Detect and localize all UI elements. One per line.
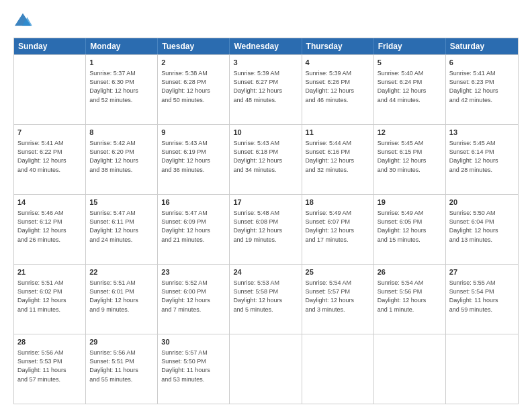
cell-info: Sunrise: 5:47 AM Sunset: 6:09 PM Dayligh… <box>161 209 226 244</box>
header-day-wednesday: Wednesday <box>230 38 302 54</box>
calendar-cell <box>374 334 446 404</box>
calendar-cell: 3Sunrise: 5:39 AM Sunset: 6:27 PM Daylig… <box>230 55 302 124</box>
calendar-row-1: 7Sunrise: 5:41 AM Sunset: 6:22 PM Daylig… <box>14 124 518 194</box>
calendar-cell: 14Sunrise: 5:46 AM Sunset: 6:12 PM Dayli… <box>14 195 86 264</box>
day-number: 28 <box>17 337 82 347</box>
cell-info: Sunrise: 5:41 AM Sunset: 6:23 PM Dayligh… <box>449 69 515 104</box>
calendar-cell: 8Sunrise: 5:42 AM Sunset: 6:20 PM Daylig… <box>86 125 158 194</box>
header-day-saturday: Saturday <box>446 38 518 54</box>
cell-info: Sunrise: 5:48 AM Sunset: 6:08 PM Dayligh… <box>233 209 298 244</box>
cell-info: Sunrise: 5:38 AM Sunset: 6:28 PM Dayligh… <box>161 69 226 104</box>
calendar-cell <box>230 334 302 404</box>
cell-info: Sunrise: 5:49 AM Sunset: 6:07 PM Dayligh… <box>306 209 370 244</box>
calendar-cell: 25Sunrise: 5:54 AM Sunset: 5:57 PM Dayli… <box>302 265 374 334</box>
cell-info: Sunrise: 5:53 AM Sunset: 5:58 PM Dayligh… <box>233 279 298 314</box>
calendar-cell: 28Sunrise: 5:56 AM Sunset: 5:53 PM Dayli… <box>14 334 86 404</box>
day-number: 10 <box>233 128 298 138</box>
day-number: 22 <box>89 267 154 277</box>
day-number: 1 <box>89 58 154 68</box>
day-number: 6 <box>449 58 515 68</box>
calendar-cell: 11Sunrise: 5:44 AM Sunset: 6:16 PM Dayli… <box>302 125 374 194</box>
logo-icon <box>13 12 32 31</box>
cell-info: Sunrise: 5:41 AM Sunset: 6:22 PM Dayligh… <box>17 139 82 174</box>
cell-info: Sunrise: 5:54 AM Sunset: 5:56 PM Dayligh… <box>378 279 442 314</box>
day-number: 23 <box>161 267 226 277</box>
page: SundayMondayTuesdayWednesdayThursdayFrid… <box>0 0 532 411</box>
calendar-cell: 4Sunrise: 5:39 AM Sunset: 6:26 PM Daylig… <box>302 55 374 124</box>
calendar-cell: 13Sunrise: 5:45 AM Sunset: 6:14 PM Dayli… <box>446 125 518 194</box>
day-number: 29 <box>89 337 154 347</box>
cell-info: Sunrise: 5:54 AM Sunset: 5:57 PM Dayligh… <box>306 279 370 314</box>
cell-info: Sunrise: 5:45 AM Sunset: 6:14 PM Dayligh… <box>449 139 515 174</box>
cell-info: Sunrise: 5:43 AM Sunset: 6:18 PM Dayligh… <box>233 139 298 174</box>
cell-info: Sunrise: 5:39 AM Sunset: 6:27 PM Dayligh… <box>233 69 298 104</box>
cell-info: Sunrise: 5:46 AM Sunset: 6:12 PM Dayligh… <box>17 209 82 244</box>
calendar-cell: 5Sunrise: 5:40 AM Sunset: 6:24 PM Daylig… <box>374 55 446 124</box>
calendar-cell: 12Sunrise: 5:45 AM Sunset: 6:15 PM Dayli… <box>374 125 446 194</box>
calendar-cell: 1Sunrise: 5:37 AM Sunset: 6:30 PM Daylig… <box>86 55 158 124</box>
logo <box>13 12 35 31</box>
cell-info: Sunrise: 5:56 AM Sunset: 5:53 PM Dayligh… <box>17 349 82 383</box>
calendar-cell <box>446 334 518 404</box>
cell-info: Sunrise: 5:40 AM Sunset: 6:24 PM Dayligh… <box>378 69 442 104</box>
calendar: SundayMondayTuesdayWednesdayThursdayFrid… <box>13 38 519 404</box>
calendar-cell: 17Sunrise: 5:48 AM Sunset: 6:08 PM Dayli… <box>230 195 302 264</box>
calendar-cell: 22Sunrise: 5:51 AM Sunset: 6:01 PM Dayli… <box>86 265 158 334</box>
cell-info: Sunrise: 5:50 AM Sunset: 6:04 PM Dayligh… <box>449 209 515 244</box>
cell-info: Sunrise: 5:37 AM Sunset: 6:30 PM Dayligh… <box>89 69 154 104</box>
day-number: 13 <box>449 128 515 138</box>
day-number: 27 <box>449 267 515 277</box>
cell-info: Sunrise: 5:47 AM Sunset: 6:11 PM Dayligh… <box>89 209 154 244</box>
calendar-cell: 15Sunrise: 5:47 AM Sunset: 6:11 PM Dayli… <box>86 195 158 264</box>
day-number: 14 <box>17 197 82 208</box>
day-number: 5 <box>378 58 442 68</box>
cell-info: Sunrise: 5:45 AM Sunset: 6:15 PM Dayligh… <box>378 139 442 174</box>
header-day-tuesday: Tuesday <box>158 38 230 54</box>
cell-info: Sunrise: 5:56 AM Sunset: 5:51 PM Dayligh… <box>89 349 154 383</box>
calendar-cell: 2Sunrise: 5:38 AM Sunset: 6:28 PM Daylig… <box>158 55 230 124</box>
calendar-cell: 30Sunrise: 5:57 AM Sunset: 5:50 PM Dayli… <box>158 334 230 404</box>
calendar-row-3: 21Sunrise: 5:51 AM Sunset: 6:02 PM Dayli… <box>14 264 518 334</box>
cell-info: Sunrise: 5:49 AM Sunset: 6:05 PM Dayligh… <box>378 209 442 244</box>
calendar-body: 1Sunrise: 5:37 AM Sunset: 6:30 PM Daylig… <box>14 54 518 404</box>
day-number: 7 <box>17 128 82 138</box>
calendar-cell: 18Sunrise: 5:49 AM Sunset: 6:07 PM Dayli… <box>302 195 374 264</box>
calendar-cell: 26Sunrise: 5:54 AM Sunset: 5:56 PM Dayli… <box>374 265 446 334</box>
calendar-cell: 27Sunrise: 5:55 AM Sunset: 5:54 PM Dayli… <box>446 265 518 334</box>
day-number: 25 <box>306 267 370 277</box>
calendar-cell: 6Sunrise: 5:41 AM Sunset: 6:23 PM Daylig… <box>446 55 518 124</box>
calendar-cell: 19Sunrise: 5:49 AM Sunset: 6:05 PM Dayli… <box>374 195 446 264</box>
day-number: 21 <box>17 267 82 277</box>
calendar-cell: 24Sunrise: 5:53 AM Sunset: 5:58 PM Dayli… <box>230 265 302 334</box>
day-number: 4 <box>306 58 370 68</box>
day-number: 3 <box>233 58 298 68</box>
cell-info: Sunrise: 5:42 AM Sunset: 6:20 PM Dayligh… <box>89 139 154 174</box>
calendar-cell <box>14 55 86 124</box>
day-number: 8 <box>89 128 154 138</box>
day-number: 26 <box>378 267 442 277</box>
header-day-sunday: Sunday <box>14 38 86 54</box>
calendar-cell <box>302 334 374 404</box>
cell-info: Sunrise: 5:51 AM Sunset: 6:01 PM Dayligh… <box>89 279 154 314</box>
day-number: 30 <box>161 337 226 347</box>
calendar-header: SundayMondayTuesdayWednesdayThursdayFrid… <box>14 38 518 54</box>
calendar-cell: 21Sunrise: 5:51 AM Sunset: 6:02 PM Dayli… <box>14 265 86 334</box>
day-number: 2 <box>161 58 226 68</box>
cell-info: Sunrise: 5:57 AM Sunset: 5:50 PM Dayligh… <box>161 349 226 383</box>
day-number: 18 <box>306 197 370 208</box>
calendar-cell: 29Sunrise: 5:56 AM Sunset: 5:51 PM Dayli… <box>86 334 158 404</box>
day-number: 11 <box>306 128 370 138</box>
day-number: 19 <box>378 197 442 208</box>
day-number: 20 <box>449 197 515 208</box>
day-number: 16 <box>161 197 226 208</box>
cell-info: Sunrise: 5:51 AM Sunset: 6:02 PM Dayligh… <box>17 279 82 314</box>
header-day-friday: Friday <box>374 38 446 54</box>
header-day-monday: Monday <box>86 38 158 54</box>
day-number: 24 <box>233 267 298 277</box>
header-day-thursday: Thursday <box>302 38 374 54</box>
calendar-cell: 9Sunrise: 5:43 AM Sunset: 6:19 PM Daylig… <box>158 125 230 194</box>
calendar-cell: 16Sunrise: 5:47 AM Sunset: 6:09 PM Dayli… <box>158 195 230 264</box>
day-number: 15 <box>89 197 154 208</box>
day-number: 12 <box>378 128 442 138</box>
cell-info: Sunrise: 5:39 AM Sunset: 6:26 PM Dayligh… <box>306 69 370 104</box>
